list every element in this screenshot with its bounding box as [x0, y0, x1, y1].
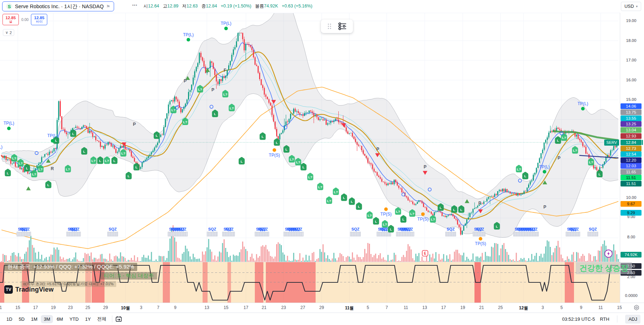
- indicator-value-badge: 9.29: [621, 210, 642, 216]
- svg-text:L: L: [83, 150, 85, 153]
- pane-divider[interactable]: [0, 262, 620, 262]
- range-1d[interactable]: 1D: [4, 315, 15, 323]
- price-axis-label: 15.00: [620, 97, 642, 102]
- buy-label: 바이: [36, 20, 43, 23]
- svg-text:L?: L?: [66, 167, 70, 171]
- time-axis-label: 11: [599, 305, 603, 310]
- range-5d[interactable]: 5D: [16, 315, 28, 323]
- indicator-value-badge: 13.25: [621, 121, 642, 127]
- time-axis-label: 17: [441, 305, 446, 310]
- sqz-signal-label: SQZ: [71, 227, 80, 231]
- indicator-settings-icon[interactable]: [338, 22, 347, 30]
- svg-text:L: L: [285, 147, 288, 151]
- svg-text:L?: L?: [121, 151, 125, 155]
- toolbar-divider: [617, 315, 617, 323]
- sqz-signal-label: SQZ: [529, 227, 537, 231]
- range-1m[interactable]: 1M: [28, 315, 40, 323]
- svg-text:L?: L?: [183, 120, 187, 124]
- svg-text:L: L: [351, 200, 353, 204]
- close-value: 12.84: [206, 4, 217, 9]
- pivot-letter-marker: P: [184, 78, 187, 83]
- bottom-toolbar: 1D 5D 1M 3M 6M YTD 1Y 전체 03:52:19 UTC-5 …: [0, 313, 644, 325]
- take-profit-long-dot: [51, 139, 54, 142]
- pivot-letter-marker: R: [51, 166, 54, 171]
- ohlc-readout: 시12.64 고12.89 저12.63 종12.84 +0.19 (+1.50…: [144, 3, 312, 9]
- time-axis-label: 29: [103, 305, 108, 310]
- take-profit-short-label: TP(S): [417, 217, 428, 222]
- drag-handle-icon[interactable]: [327, 23, 332, 30]
- price-axis-label: 10.00: [620, 195, 642, 200]
- time-axis-label: 25: [85, 305, 90, 310]
- time-axis-label: 7: [157, 305, 160, 310]
- sqz-signal-label: SQZ: [294, 227, 302, 231]
- trade-panel: 12.85 셀 0.00 12.85 바이: [2, 14, 47, 25]
- indicator-value-badge: 12.84: [621, 140, 642, 145]
- range-3m[interactable]: 3M: [41, 315, 53, 323]
- indicator-collapse-button[interactable]: ∨ 2: [3, 29, 14, 36]
- time-axis-label: 3: [140, 305, 143, 310]
- indicator-value-badge: 11.65: [621, 169, 642, 175]
- svg-text:L?: L?: [38, 167, 43, 171]
- indicator-value-badge: 9.67: [621, 201, 642, 207]
- more-options-button[interactable]: •••: [132, 3, 138, 7]
- indicator-value-badge: 14.06: [621, 103, 642, 109]
- sqz-signal-label: SQZ: [405, 227, 413, 231]
- range-ytd[interactable]: YTD: [66, 315, 81, 323]
- svg-text:L?: L?: [396, 210, 400, 213]
- currency-selector[interactable]: USD ▾: [621, 2, 641, 11]
- svg-text:L: L: [113, 159, 116, 163]
- svg-text:L?: L?: [334, 190, 338, 194]
- svg-text:L?: L?: [32, 172, 36, 176]
- adjusted-toggle[interactable]: ADJ: [625, 315, 640, 324]
- svg-text:L: L: [557, 139, 559, 142]
- tradingview-logo[interactable]: TV TradingView: [4, 285, 54, 294]
- buy-button[interactable]: 12.85 바이: [31, 14, 47, 25]
- svg-text:L: L: [402, 217, 404, 221]
- volume-label: 볼륨: [255, 4, 264, 9]
- header-divider: [0, 13, 644, 13]
- symbol-button[interactable]: S Serve Robotics Inc. · 1시간 · NASDAQ ⚑: [2, 1, 114, 11]
- time-axis-label: 5: [367, 305, 369, 310]
- svg-text:L?: L?: [573, 148, 577, 152]
- time-axis-label: 25: [498, 305, 503, 310]
- take-profit-long-dot: [543, 170, 546, 174]
- low-value: 12.63: [187, 4, 198, 9]
- pivot-letter-marker: P: [211, 87, 214, 92]
- take-profit-short-dot: [273, 148, 276, 152]
- time-axis-label: 11: [404, 305, 408, 310]
- tradingview-logo-icon: TV: [4, 285, 13, 294]
- svg-text:L?: L?: [198, 87, 202, 91]
- price-axis-label: 18.00: [620, 38, 642, 43]
- indicator-value-badge: 12.93: [621, 133, 642, 139]
- range-6m[interactable]: 6M: [54, 315, 66, 323]
- svg-text:L: L: [241, 159, 243, 163]
- indicator-value-badge: 13.55: [621, 115, 642, 121]
- time-axis-label: 1: [0, 305, 2, 310]
- range-all[interactable]: 전체: [94, 314, 109, 324]
- range-1y[interactable]: 1Y: [82, 315, 93, 323]
- take-profit-long-label: TP(L): [539, 164, 550, 169]
- clock-readout[interactable]: 03:52:19 UTC-5: [562, 316, 595, 322]
- svg-text:L: L: [460, 208, 462, 212]
- go-to-date-button[interactable]: [115, 315, 122, 323]
- time-axis-label: 17: [33, 305, 38, 310]
- indicator-value-badge: 12.20: [621, 157, 642, 163]
- price-chart-canvas[interactable]: SQZSQZSQZSQZSQZSQZSQZSQZSQZSQZSQZSQZSQZS…: [0, 0, 644, 325]
- price-axis[interactable]: 19.0018.0017.0016.0015.0010.009.008.002.…: [620, 13, 644, 303]
- time-axis[interactable]: 115171923252910월3791315172123272911월5711…: [0, 303, 644, 313]
- take-profit-short-label: TP(S): [475, 241, 486, 246]
- svg-text:L?: L?: [12, 156, 16, 160]
- sell-button[interactable]: 12.85 셀: [2, 14, 19, 25]
- session-toggle[interactable]: RTH: [600, 316, 609, 322]
- change-value: +0.19 (+1.50%): [221, 4, 251, 9]
- chevron-down-icon: ∨: [5, 30, 8, 35]
- symbol-title: Serve Robotics Inc. · 1시간 · NASDAQ: [15, 3, 104, 10]
- flag-icon[interactable]: ⚑: [106, 4, 111, 9]
- open-label: 시: [144, 4, 148, 9]
- price-axis-label: 0.0000: [620, 293, 642, 298]
- time-axis-label: 19: [460, 305, 465, 310]
- floating-toolbar[interactable]: [321, 20, 353, 33]
- take-profit-short-dot: [479, 237, 482, 240]
- spread-value: 0.00: [21, 17, 28, 22]
- scale-settings-gear-icon[interactable]: [633, 304, 640, 312]
